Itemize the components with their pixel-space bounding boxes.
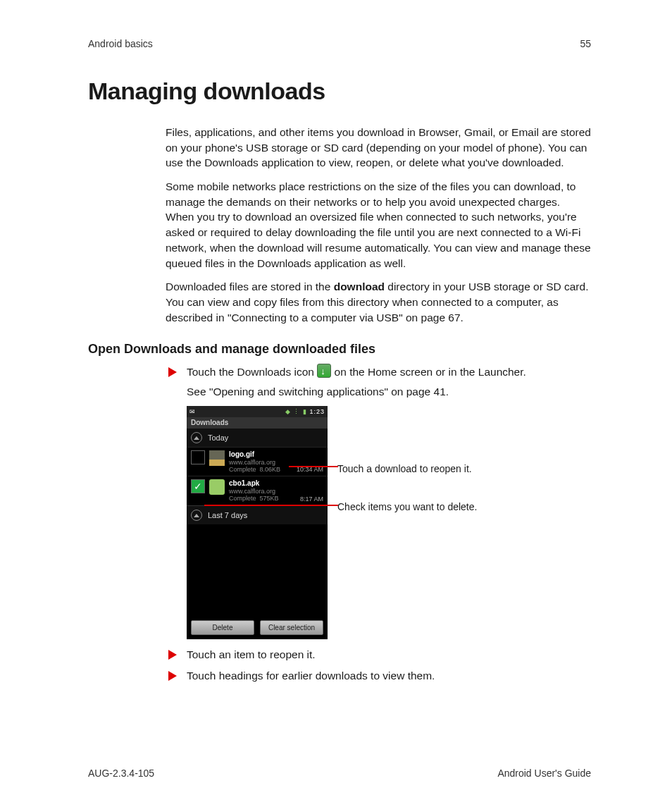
running-header: Android basics 55 (88, 38, 591, 49)
group-header[interactable]: Today (187, 428, 328, 447)
running-footer: AUG-2.3.4-105 Android User's Guide (88, 768, 591, 779)
status-bar: ✉ ◆ ⋮ ▮ 1:23 (187, 406, 328, 417)
file-thumbnail (209, 479, 225, 495)
body-text: Files, applications, and other items you… (166, 125, 591, 325)
paragraph: Some mobile networks place restrictions … (166, 179, 591, 271)
figure: ✉ ◆ ⋮ ▮ 1:23 Downloads Today logo.gif ww… (187, 406, 591, 639)
paragraph: Files, applications, and other items you… (166, 125, 591, 171)
step: Touch an item to reopen it. (166, 646, 591, 663)
download-item[interactable]: logo.gif www.calflora.org Complete 8.06K… (187, 447, 328, 476)
step-bullet-icon (168, 671, 177, 681)
page-title: Managing downloads (88, 78, 591, 105)
clear-selection-button[interactable]: Clear selection (260, 620, 323, 635)
app-title: Downloads (187, 417, 328, 428)
downloads-icon (317, 364, 331, 378)
callout-line (289, 466, 338, 467)
file-thumbnail (209, 450, 225, 466)
checkbox-checked[interactable]: ✓ (191, 479, 205, 493)
delete-button[interactable]: Delete (191, 620, 254, 635)
phone-screenshot: ✉ ◆ ⋮ ▮ 1:23 Downloads Today logo.gif ww… (187, 406, 328, 639)
step-subtext: See "Opening and switching applications"… (187, 383, 591, 400)
button-bar: Delete Clear selection (187, 616, 328, 639)
page-number: 55 (580, 38, 591, 49)
callout-line (204, 505, 338, 506)
step: Touch the Downloads icon on the Home scr… (166, 364, 591, 400)
status-left-icons: ✉ (189, 408, 195, 415)
doc-id: AUG-2.3.4-105 (88, 768, 154, 779)
callout-text: Touch a download to reopen it. (337, 462, 477, 475)
checkbox[interactable] (191, 450, 205, 464)
collapse-icon (191, 510, 202, 521)
step: Touch headings for earlier downloads to … (166, 667, 591, 684)
collapse-icon (191, 432, 202, 443)
step-bullet-icon (168, 650, 177, 660)
callout-text: Check items you want to delete. (337, 500, 477, 513)
download-item[interactable]: ✓ cbo1.apk www.calflora.org Complete 575… (187, 476, 328, 505)
callouts: Touch a download to reopen it. Check ite… (337, 406, 477, 538)
doc-title: Android User's Guide (497, 768, 591, 779)
status-right-icons: ◆ ⋮ ▮ 1:23 (285, 408, 325, 415)
step-bullet-icon (168, 367, 177, 377)
empty-area (187, 524, 328, 616)
section-name: Android basics (88, 38, 153, 49)
paragraph: Downloaded files are stored in the downl… (166, 279, 591, 325)
section-heading: Open Downloads and manage downloaded fil… (88, 342, 591, 357)
group-header[interactable]: Last 7 days (187, 505, 328, 524)
